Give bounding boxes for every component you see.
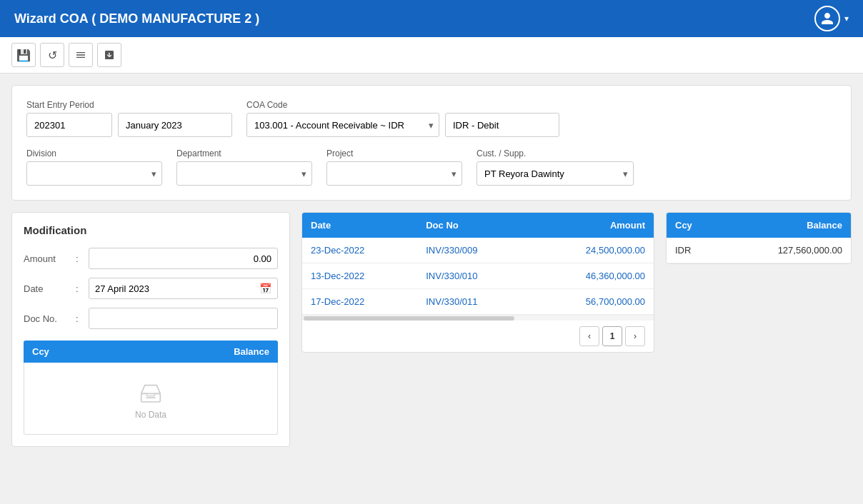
col-date: Date bbox=[302, 213, 417, 238]
pagination: ‹ 1 › bbox=[302, 321, 654, 352]
division-label: Division bbox=[26, 148, 162, 158]
start-entry-period-label: Start Entry Period bbox=[26, 100, 232, 110]
date-row: Date : 27 April 2023 📅 bbox=[24, 278, 278, 299]
coa-code-select[interactable]: 103.001 - Account Receivable ~ IDR bbox=[246, 113, 439, 137]
table-row[interactable]: 13-Dec-2022 INV/330/010 46,360,000.00 bbox=[302, 263, 654, 289]
no-data-text: No Data bbox=[135, 410, 166, 420]
table-row[interactable]: 17-Dec-2022 INV/330/011 56,700,000.00 bbox=[302, 289, 654, 315]
cell-amount: 24,500,000.00 bbox=[529, 238, 654, 263]
export-button[interactable] bbox=[97, 43, 121, 67]
list-button[interactable] bbox=[69, 43, 93, 67]
dropdown-arrow-icon: ▾ bbox=[844, 14, 849, 24]
cell-amount: 56,700,000.00 bbox=[529, 289, 654, 315]
cust-supp-group: Cust. / Supp. PT Reyora Dawinty bbox=[477, 148, 634, 186]
cell-docno: INV/330/010 bbox=[417, 263, 529, 289]
calendar-icon: 📅 bbox=[259, 283, 271, 294]
period-name-input[interactable] bbox=[118, 113, 232, 137]
project-select-wrapper bbox=[326, 161, 462, 186]
amount-colon: : bbox=[76, 253, 83, 264]
summary-ccy-label: Ccy bbox=[675, 220, 692, 231]
date-input[interactable]: 27 April 2023 📅 bbox=[89, 278, 278, 299]
no-data-icon bbox=[136, 377, 165, 405]
no-data-area: No Data bbox=[24, 363, 278, 435]
docno-input[interactable] bbox=[89, 308, 278, 329]
cell-docno: INV/330/009 bbox=[417, 238, 529, 263]
division-select[interactable] bbox=[26, 161, 162, 186]
ccy-balance-header: Ccy Balance bbox=[24, 341, 278, 363]
date-value: 27 April 2023 bbox=[95, 283, 149, 294]
amount-label: Amount bbox=[24, 253, 70, 264]
date-colon: : bbox=[76, 283, 83, 294]
modification-title: Modification bbox=[24, 224, 278, 236]
current-page-button[interactable]: 1 bbox=[602, 326, 622, 346]
table-scrollbar[interactable] bbox=[304, 316, 514, 321]
ccy-col-label: Ccy bbox=[32, 346, 49, 357]
cell-date: 17-Dec-2022 bbox=[302, 289, 417, 315]
coa-code-label: COA Code bbox=[246, 100, 559, 110]
table-row[interactable]: 23-Dec-2022 INV/330/009 24,500,000.00 bbox=[302, 238, 654, 263]
division-select-wrapper bbox=[26, 161, 162, 186]
cust-supp-label: Cust. / Supp. bbox=[477, 148, 634, 158]
summary-balance-label: Balance bbox=[807, 220, 842, 231]
app-header: Wizard COA ( DEMO MANUFACTURE 2 ) ▾ bbox=[0, 0, 863, 37]
date-label: Date bbox=[24, 283, 70, 294]
main-content: Start Entry Period COA Code 103.001 - Ac… bbox=[0, 74, 863, 458]
department-select[interactable] bbox=[176, 161, 312, 186]
summary-row: IDR 127,560,000.00 bbox=[667, 238, 851, 263]
summary-header: Ccy Balance bbox=[667, 213, 851, 238]
project-label: Project bbox=[326, 148, 462, 158]
transactions-table: Date Doc No Amount 23-Dec-2022 INV/330/0… bbox=[302, 213, 654, 315]
cust-supp-select[interactable]: PT Reyora Dawinty bbox=[477, 161, 634, 186]
summary-balance-value: 127,560,000.00 bbox=[778, 245, 842, 256]
cust-supp-select-wrapper: PT Reyora Dawinty bbox=[477, 161, 634, 186]
department-label: Department bbox=[176, 148, 312, 158]
toolbar: 💾 ↺ bbox=[0, 37, 863, 74]
amount-row: Amount : bbox=[24, 248, 278, 269]
department-select-wrapper bbox=[176, 161, 312, 186]
summary-ccy-value: IDR bbox=[675, 245, 691, 256]
form-section: Start Entry Period COA Code 103.001 - Ac… bbox=[26, 100, 837, 137]
period-code-input[interactable] bbox=[26, 113, 112, 137]
prev-page-button[interactable]: ‹ bbox=[579, 326, 599, 346]
docno-row: Doc No. : bbox=[24, 308, 278, 329]
col-docno: Doc No bbox=[417, 213, 529, 238]
form-section-2: Division Department Project bbox=[26, 148, 837, 186]
coa-code-group: COA Code 103.001 - Account Receivable ~ … bbox=[246, 100, 559, 137]
cell-date: 23-Dec-2022 bbox=[302, 238, 417, 263]
amount-input[interactable] bbox=[89, 248, 278, 269]
col-amount: Amount bbox=[529, 213, 654, 238]
user-menu[interactable]: ▾ bbox=[814, 6, 849, 31]
cell-amount: 46,360,000.00 bbox=[529, 263, 654, 289]
refresh-button[interactable]: ↺ bbox=[40, 43, 64, 67]
docno-label: Doc No. bbox=[24, 313, 70, 324]
balance-col-label: Balance bbox=[234, 346, 269, 357]
cell-docno: INV/330/011 bbox=[417, 289, 529, 315]
table-header-row: Date Doc No Amount bbox=[302, 213, 654, 238]
start-entry-period-group: Start Entry Period bbox=[26, 100, 232, 137]
project-select[interactable] bbox=[326, 161, 462, 186]
save-button[interactable]: 💾 bbox=[11, 43, 36, 67]
transactions-panel: Date Doc No Amount 23-Dec-2022 INV/330/0… bbox=[301, 212, 654, 353]
table-scrollbar-area bbox=[302, 315, 654, 321]
form-card: Start Entry Period COA Code 103.001 - Ac… bbox=[11, 85, 852, 201]
next-page-button[interactable]: › bbox=[625, 326, 645, 346]
coa-code-select-wrapper: 103.001 - Account Receivable ~ IDR bbox=[246, 113, 439, 137]
bottom-section: Modification Amount : Date : 27 April 20… bbox=[11, 212, 852, 447]
modification-panel: Modification Amount : Date : 27 April 20… bbox=[11, 212, 290, 447]
department-group: Department bbox=[176, 148, 312, 186]
avatar bbox=[814, 6, 840, 31]
division-group: Division bbox=[26, 148, 162, 186]
docno-colon: : bbox=[76, 313, 83, 324]
coa-type-input bbox=[445, 113, 559, 137]
summary-panel: Ccy Balance IDR 127,560,000.00 bbox=[666, 212, 852, 264]
summary-rows: IDR 127,560,000.00 bbox=[667, 238, 851, 263]
project-group: Project bbox=[326, 148, 462, 186]
cell-date: 13-Dec-2022 bbox=[302, 263, 417, 289]
app-title: Wizard COA ( DEMO MANUFACTURE 2 ) bbox=[14, 11, 259, 26]
